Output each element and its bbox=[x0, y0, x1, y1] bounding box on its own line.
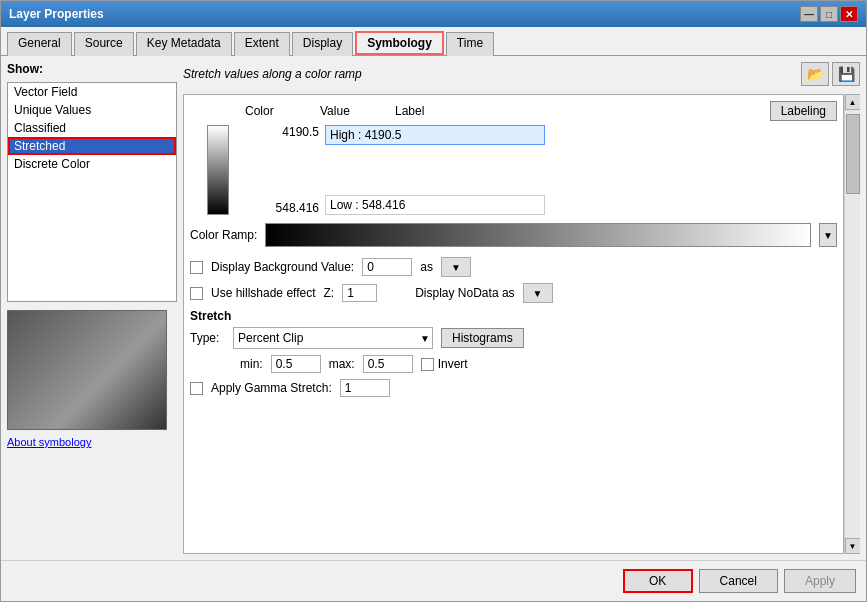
ok-button[interactable]: OK bbox=[623, 569, 693, 593]
col-header-label: Label bbox=[395, 104, 770, 118]
show-item-vector-field[interactable]: Vector Field bbox=[8, 83, 176, 101]
show-item-discrete-color[interactable]: Discrete Color bbox=[8, 155, 176, 173]
stretch-section-label: Stretch bbox=[190, 309, 837, 323]
show-item-classified[interactable]: Classified bbox=[8, 119, 176, 137]
scrollbar-track: ▲ ▼ bbox=[844, 94, 860, 554]
apply-button[interactable]: Apply bbox=[784, 569, 856, 593]
scrollbar-up-arrow[interactable]: ▲ bbox=[845, 94, 861, 110]
color-gradient-col bbox=[190, 125, 245, 215]
invert-checkbox[interactable] bbox=[421, 358, 434, 371]
max-label: max: bbox=[329, 357, 355, 371]
column-headers: Color Value Label Labeling bbox=[190, 101, 837, 121]
save-icon-button[interactable]: 💾 bbox=[832, 62, 860, 86]
gradient-bar bbox=[207, 125, 229, 215]
high-value-text: 4190.5 bbox=[245, 125, 325, 139]
invert-label: Invert bbox=[438, 357, 468, 371]
show-item-stretched[interactable]: Stretched bbox=[8, 137, 176, 155]
display-background-label: Display Background Value: bbox=[211, 260, 354, 274]
stretch-header: Stretch values along a color ramp 📂 💾 bbox=[183, 62, 860, 86]
show-item-unique-values[interactable]: Unique Values bbox=[8, 101, 176, 119]
cancel-button[interactable]: Cancel bbox=[699, 569, 778, 593]
nodata-combo[interactable]: ▼ bbox=[523, 283, 553, 303]
values-col: 4190.5 548.416 bbox=[245, 125, 325, 215]
tab-symbology[interactable]: Symbology bbox=[355, 31, 444, 55]
histograms-button[interactable]: Histograms bbox=[441, 328, 524, 348]
stretch-type-select[interactable]: Percent Clip ▼ bbox=[233, 327, 433, 349]
titlebar-controls: — □ ✕ bbox=[800, 6, 858, 22]
stretch-icons: 📂 💾 bbox=[801, 62, 860, 86]
stretch-title: Stretch values along a color ramp bbox=[183, 67, 362, 81]
tabs-bar: General Source Key Metadata Extent Displ… bbox=[1, 27, 866, 56]
titlebar: Layer Properties — □ ✕ bbox=[1, 1, 866, 27]
display-background-row: Display Background Value: as ▼ bbox=[190, 257, 837, 277]
color-ramp-dropdown[interactable]: ▼ bbox=[819, 223, 837, 247]
tab-key-metadata[interactable]: Key Metadata bbox=[136, 32, 232, 56]
preview-placeholder bbox=[8, 311, 166, 429]
gamma-row: Apply Gamma Stretch: bbox=[190, 379, 837, 397]
color-ramp-swatch[interactable] bbox=[265, 223, 811, 247]
main-content: Show: Vector Field Unique Values Classif… bbox=[1, 56, 866, 560]
scrollbar-down-arrow[interactable]: ▼ bbox=[845, 538, 861, 554]
stretch-type-row: Type: Percent Clip ▼ Histograms bbox=[190, 327, 837, 349]
invert-row: Invert bbox=[421, 357, 468, 371]
tab-display[interactable]: Display bbox=[292, 32, 353, 56]
as-label: as bbox=[420, 260, 433, 274]
stretch-section: Stretch Type: Percent Clip ▼ Histograms … bbox=[190, 309, 837, 397]
apply-gamma-checkbox[interactable] bbox=[190, 382, 203, 395]
left-panel: Show: Vector Field Unique Values Classif… bbox=[7, 62, 177, 554]
nodata-label: Display NoData as bbox=[415, 286, 514, 300]
col-header-color: Color bbox=[245, 104, 320, 118]
tab-time[interactable]: Time bbox=[446, 32, 494, 56]
display-background-checkbox[interactable] bbox=[190, 261, 203, 274]
hillshade-checkbox[interactable] bbox=[190, 287, 203, 300]
preview-image bbox=[7, 310, 167, 430]
low-label-input[interactable] bbox=[325, 195, 545, 215]
scrollbar-thumb[interactable] bbox=[846, 114, 860, 194]
hillshade-label: Use hillshade effect bbox=[211, 286, 316, 300]
footer: OK Cancel Apply bbox=[1, 560, 866, 601]
dialog-title: Layer Properties bbox=[9, 7, 104, 21]
color-value-table: 4190.5 548.416 bbox=[190, 125, 837, 215]
tab-extent[interactable]: Extent bbox=[234, 32, 290, 56]
labeling-button[interactable]: Labeling bbox=[770, 101, 837, 121]
scrollbar-area bbox=[845, 110, 860, 538]
labels-col bbox=[325, 125, 837, 215]
type-label: Type: bbox=[190, 331, 225, 345]
open-icon-button[interactable]: 📂 bbox=[801, 62, 829, 86]
content-wrapper: Color Value Label Labeling 4190.5 bbox=[183, 94, 860, 554]
as-combo[interactable]: ▼ bbox=[441, 257, 471, 277]
minimize-button[interactable]: — bbox=[800, 6, 818, 22]
show-label: Show: bbox=[7, 62, 177, 76]
about-symbology-link[interactable]: About symbology bbox=[7, 436, 177, 448]
color-ramp-row: Color Ramp: ▼ bbox=[190, 223, 837, 247]
display-background-value[interactable] bbox=[362, 258, 412, 276]
min-value-input[interactable] bbox=[271, 355, 321, 373]
high-label-input[interactable] bbox=[325, 125, 545, 145]
hillshade-nodata-row: Use hillshade effect Z: Display NoData a… bbox=[190, 283, 837, 303]
select-arrow-icon: ▼ bbox=[420, 333, 430, 344]
close-button[interactable]: ✕ bbox=[840, 6, 858, 22]
tab-general[interactable]: General bbox=[7, 32, 72, 56]
gamma-value-input[interactable] bbox=[340, 379, 390, 397]
min-max-row: min: max: Invert bbox=[240, 355, 837, 373]
tab-source[interactable]: Source bbox=[74, 32, 134, 56]
dialog: Layer Properties — □ ✕ General Source Ke… bbox=[0, 0, 867, 602]
z-label: Z: bbox=[324, 286, 335, 300]
content-area: Color Value Label Labeling 4190.5 bbox=[183, 94, 844, 554]
stretch-type-value: Percent Clip bbox=[238, 331, 303, 345]
show-list: Vector Field Unique Values Classified St… bbox=[7, 82, 177, 302]
right-panel: Stretch values along a color ramp 📂 💾 Co… bbox=[183, 62, 860, 554]
maximize-button[interactable]: □ bbox=[820, 6, 838, 22]
low-value-text: 548.416 bbox=[245, 201, 325, 215]
col-header-value: Value bbox=[320, 104, 395, 118]
max-value-input[interactable] bbox=[363, 355, 413, 373]
apply-gamma-label: Apply Gamma Stretch: bbox=[211, 381, 332, 395]
color-ramp-label: Color Ramp: bbox=[190, 228, 257, 242]
z-value-input[interactable] bbox=[342, 284, 377, 302]
min-label: min: bbox=[240, 357, 263, 371]
